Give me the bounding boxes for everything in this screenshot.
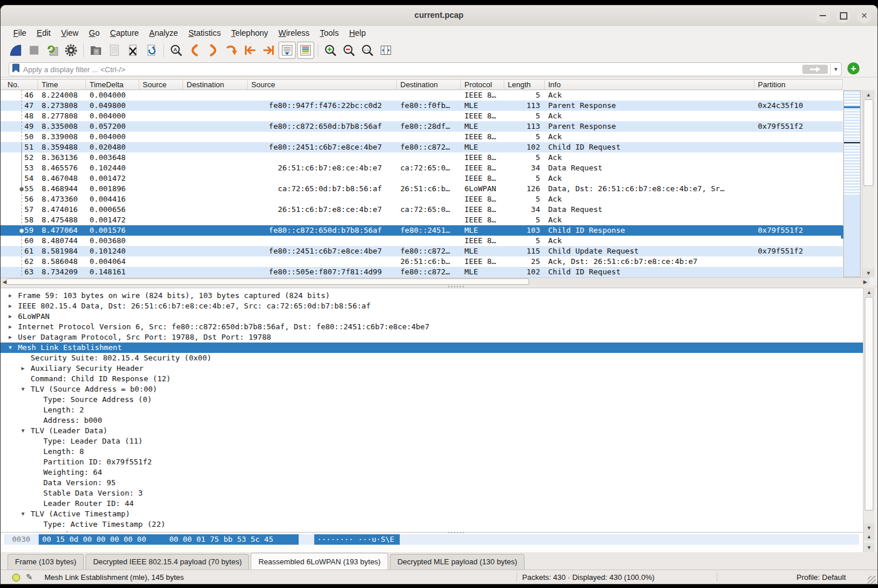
packet-row[interactable]: 618.5819840.101240fe80::2451:c6b7:e8ce:4… <box>1 246 843 256</box>
byte-view-tab-1[interactable]: Decrypted IEEE 802.15.4 payload (70 byte… <box>85 554 249 570</box>
detail-row[interactable]: ▾TLV (Source Address = b0:00) <box>1 384 863 395</box>
expand-arrow-icon[interactable]: ▸ <box>9 332 12 343</box>
menu-view[interactable]: View <box>57 27 83 39</box>
apply-filter-button[interactable] <box>802 65 828 74</box>
byte-view-tab-3[interactable]: Decrypted MLE payload (130 bytes) <box>390 554 524 570</box>
detail-row[interactable]: ▾Mesh Link Establishment <box>1 343 863 353</box>
column-header-source[interactable]: Source <box>248 80 397 90</box>
menu-telephony[interactable]: Telephony <box>226 27 273 39</box>
reload-file-button[interactable] <box>143 42 160 59</box>
packet-row[interactable]: 578.4740160.00065626:51:c6:b7:e8:ce:4b:e… <box>1 204 843 215</box>
packet-row[interactable]: 508.3390080.004000IEEE 8…5Ack <box>1 132 843 142</box>
collapse-arrow-icon[interactable]: ▾ <box>21 426 25 436</box>
expand-arrow-icon[interactable]: ▸ <box>9 291 12 301</box>
packet-row[interactable]: 548.4670480.001472IEEE 8…5Ack <box>1 173 843 184</box>
packet-row[interactable]: 468.2240080.004000IEEE 8…5Ack <box>1 90 843 101</box>
column-header-destination[interactable]: Destination <box>397 80 461 90</box>
restart-capture-button[interactable] <box>44 42 61 59</box>
detail-row[interactable]: Leader Router ID: 44 <box>1 498 863 509</box>
byte-view-tab-0[interactable]: Frame (103 bytes) <box>8 554 84 570</box>
packet-row[interactable]: 488.2778080.004000IEEE 8…5Ack <box>1 111 843 121</box>
column-header-no[interactable]: No. <box>1 80 38 90</box>
minimize-button[interactable] <box>815 8 830 23</box>
packet-row[interactable]: 518.3594880.020480fe80::2451:c6b7:e8ce:4… <box>1 142 843 152</box>
colorize-button[interactable] <box>297 42 314 59</box>
menu-tools[interactable]: Tools <box>315 27 344 39</box>
add-filter-button[interactable]: + <box>847 62 860 75</box>
close-file-button[interactable] <box>124 42 142 59</box>
detail-row[interactable]: Data Version: 95 <box>1 478 863 488</box>
go-to-packet-button[interactable] <box>223 42 240 59</box>
detail-row[interactable]: ▸User Datagram Protocol, Src Port: 19788… <box>1 332 863 343</box>
menu-capture[interactable]: Capture <box>106 27 144 39</box>
collapse-arrow-icon[interactable]: ▾ <box>21 384 25 395</box>
detail-row[interactable]: ▾TLV (Active Timestamp) <box>1 509 863 519</box>
stop-capture-button[interactable] <box>25 42 43 59</box>
column-header-time[interactable]: Time <box>38 80 86 90</box>
menu-wireless[interactable]: Wireless <box>274 27 314 39</box>
find-packet-button[interactable]: A <box>168 42 185 59</box>
capture-comment-icon[interactable]: ✎ <box>26 572 33 582</box>
filter-dropdown-caret[interactable]: ▼ <box>830 64 841 75</box>
next-packet-button[interactable] <box>204 42 222 59</box>
details-scroll-down[interactable]: ▼ <box>864 523 875 532</box>
detail-row[interactable]: Type: Active Timestamp (22) <box>1 519 863 530</box>
auto-scroll-button[interactable] <box>278 42 296 59</box>
close-button[interactable]: ✕ <box>857 8 872 23</box>
packet-row[interactable]: 628.5860480.00406426:51:c6:b…IEEE 8…25Ac… <box>1 256 843 267</box>
zoom-original-button[interactable]: 1:1 <box>359 42 376 59</box>
maximize-button[interactable] <box>836 8 851 23</box>
detail-row[interactable]: Weighting: 64 <box>1 467 863 478</box>
collapse-arrow-icon[interactable]: ▾ <box>21 509 25 519</box>
scroll-right-arrow[interactable]: ▶ <box>861 278 869 285</box>
display-filter-input[interactable]: Apply a display filter ... <Ctrl-/> ▼ <box>9 62 842 76</box>
hex-scroll-up[interactable]: ▲ <box>864 532 875 541</box>
menu-file[interactable]: File <box>9 27 31 39</box>
collapse-arrow-icon[interactable]: ▾ <box>9 343 12 353</box>
open-file-button[interactable] <box>87 42 105 59</box>
expand-arrow-icon[interactable]: ▸ <box>9 311 12 322</box>
zoom-in-button[interactable] <box>322 42 339 59</box>
expert-info-icon[interactable] <box>12 574 20 582</box>
packet-row[interactable]: 638.7342090.148161fe80::505e:f807:7f81:4… <box>1 267 843 277</box>
packet-row[interactable]: 558.4689440.001896ca:72:65:0d:b7:b8:56:a… <box>1 184 843 194</box>
detail-row[interactable]: Length: 8 <box>1 446 863 457</box>
detail-row[interactable]: Partition ID: 0x79f551f2 <box>1 457 863 467</box>
resize-grip[interactable] <box>868 576 876 584</box>
expand-arrow-icon[interactable]: ▸ <box>21 363 25 374</box>
packet-row[interactable]: 568.4733600.004416IEEE 8…5Ack <box>1 194 843 204</box>
hex-row[interactable]: 0030 00 15 0d 00 00 00 00 00 00 00 01 75… <box>4 534 859 545</box>
column-header-length[interactable]: Length <box>504 80 545 90</box>
packet-row[interactable]: 538.4655760.10244026:51:c6:b7:e8:ce:4b:e… <box>1 163 843 173</box>
expand-arrow-icon[interactable]: ▸ <box>9 301 12 311</box>
packet-list-minimap[interactable] <box>843 90 861 277</box>
menu-analyze[interactable]: Analyze <box>144 27 183 39</box>
packet-row[interactable]: 528.3631360.003648IEEE 8…5Ack <box>1 152 843 163</box>
details-scroll-thumb[interactable] <box>865 297 873 511</box>
details-scroll-up[interactable]: ▲ <box>864 288 875 296</box>
detail-row[interactable]: ▸Auxiliary Security Header <box>1 363 863 374</box>
column-header-partition[interactable]: Partition <box>754 80 843 90</box>
detail-row[interactable]: Command: Child ID Response (12) <box>1 374 863 384</box>
first-packet-button[interactable] <box>241 42 259 59</box>
start-capture-button[interactable] <box>7 42 24 59</box>
detail-row[interactable]: Security Suite: 802.15.4 Security (0x00) <box>1 353 863 363</box>
byte-view-tab-2[interactable]: Reassembled 6LoWPAN (193 bytes) <box>251 553 388 570</box>
resize-columns-button[interactable] <box>377 42 395 59</box>
packet-row[interactable]: 608.4807440.003680IEEE 8…5Ack <box>1 236 843 246</box>
filter-bookmark-icon[interactable] <box>12 64 20 75</box>
previous-packet-button[interactable] <box>186 42 203 59</box>
expand-arrow-icon[interactable]: ▸ <box>9 322 12 332</box>
hex-scroll-down[interactable]: ▼ <box>864 543 875 552</box>
packet-row[interactable]: 478.2738080.049800fe80::947f:f476:22bc:c… <box>1 101 843 111</box>
packet-row[interactable]: 598.4770640.001576fe80::c872:650d:b7b8:5… <box>1 225 843 236</box>
column-header-info[interactable]: Info <box>545 80 754 90</box>
packet-row[interactable]: 588.4754880.001472IEEE 8…5Ack <box>1 215 843 225</box>
status-profile[interactable]: Profile: Default <box>797 573 846 582</box>
capture-options-button[interactable] <box>62 42 80 59</box>
save-file-button[interactable] <box>106 42 123 59</box>
detail-row[interactable]: Length: 2 <box>1 405 863 415</box>
detail-row[interactable]: ▸Internet Protocol Version 6, Src: fe80:… <box>1 322 863 332</box>
menu-edit[interactable]: Edit <box>32 27 55 39</box>
column-header-source[interactable]: Source <box>139 80 183 90</box>
